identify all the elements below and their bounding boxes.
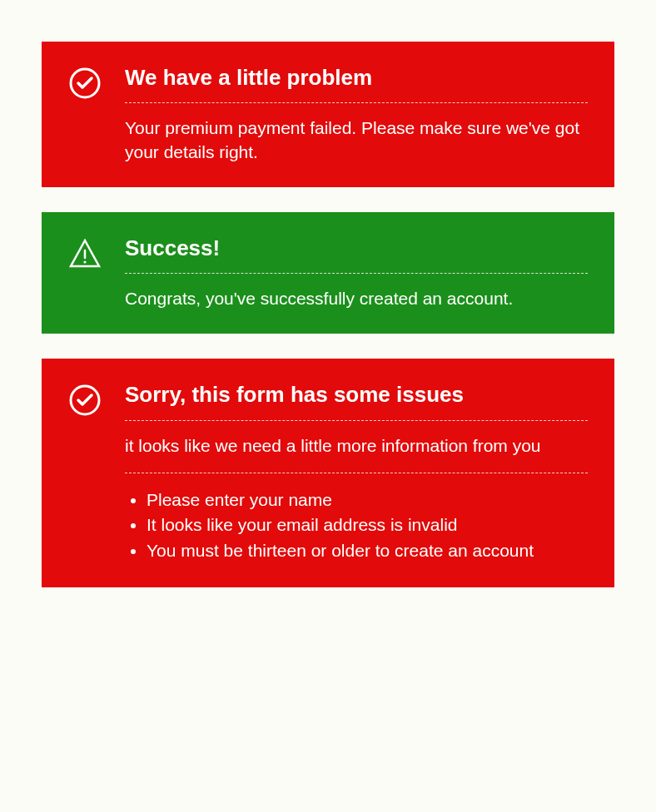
alert-title: We have a little problem — [125, 65, 588, 103]
alert-success: Success! Congrats, you've successfully c… — [42, 212, 614, 334]
alert-message: it looks like we need a little more info… — [125, 434, 588, 458]
warning-triangle-icon — [68, 237, 102, 270]
alert-issue-item: It looks like your email address is inva… — [147, 513, 588, 537]
alert-title: Success! — [125, 235, 588, 274]
check-circle-icon — [68, 384, 102, 417]
alert-content: Sorry, this form has some issues it look… — [125, 382, 588, 564]
svg-point-2 — [83, 260, 86, 263]
alert-message: Your premium payment failed. Please make… — [125, 116, 588, 164]
alert-issue-item: Please enter your name — [147, 488, 588, 512]
alert-error-form: Sorry, this form has some issues it look… — [42, 359, 614, 587]
alert-message: Congrats, you've successfully created an… — [125, 287, 588, 310]
check-circle-icon — [68, 67, 102, 100]
alert-content: Success! Congrats, you've successfully c… — [125, 235, 588, 311]
alert-issues-separator — [125, 473, 588, 473]
alert-error-payment: We have a little problem Your premium pa… — [42, 42, 614, 187]
alert-content: We have a little problem Your premium pa… — [125, 65, 588, 164]
alert-issues-list: Please enter your name It looks like you… — [125, 488, 588, 562]
alert-title: Sorry, this form has some issues — [125, 382, 588, 420]
alert-issue-item: You must be thirteen or older to create … — [147, 539, 588, 562]
